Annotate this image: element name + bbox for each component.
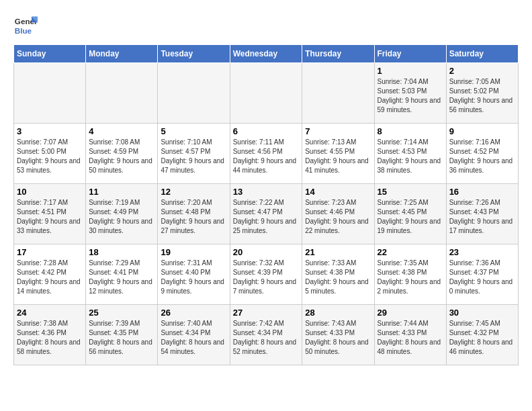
calendar-cell: 3Sunrise: 7:07 AM Sunset: 5:00 PM Daylig…	[14, 124, 86, 184]
logo: General Blue	[13, 13, 40, 38]
day-number: 8	[378, 126, 443, 136]
calendar-cell: 23Sunrise: 7:36 AM Sunset: 4:37 PM Dayli…	[446, 244, 518, 305]
calendar-cell: 1Sunrise: 7:04 AM Sunset: 5:03 PM Daylig…	[374, 63, 446, 124]
calendar-week-0: 1Sunrise: 7:04 AM Sunset: 5:03 PM Daylig…	[14, 63, 519, 124]
day-detail: Sunrise: 7:08 AM Sunset: 4:59 PM Dayligh…	[89, 138, 154, 175]
calendar-week-1: 3Sunrise: 7:07 AM Sunset: 5:00 PM Daylig…	[14, 124, 519, 184]
calendar-cell: 18Sunrise: 7:29 AM Sunset: 4:41 PM Dayli…	[86, 244, 158, 305]
calendar-cell: 2Sunrise: 7:05 AM Sunset: 5:02 PM Daylig…	[446, 63, 518, 124]
day-detail: Sunrise: 7:38 AM Sunset: 4:36 PM Dayligh…	[17, 319, 83, 357]
calendar-cell: 30Sunrise: 7:45 AM Sunset: 4:32 PM Dayli…	[446, 305, 518, 365]
day-detail: Sunrise: 7:05 AM Sunset: 5:02 PM Dayligh…	[449, 77, 515, 115]
header-friday: Friday	[374, 45, 446, 63]
logo-icon: General Blue	[13, 13, 38, 38]
calendar-cell: 20Sunrise: 7:32 AM Sunset: 4:39 PM Dayli…	[230, 244, 302, 305]
calendar-cell: 10Sunrise: 7:17 AM Sunset: 4:51 PM Dayli…	[14, 184, 86, 244]
day-number: 30	[449, 308, 515, 318]
day-detail: Sunrise: 7:19 AM Sunset: 4:49 PM Dayligh…	[89, 198, 154, 236]
day-number: 13	[233, 187, 300, 197]
day-detail: Sunrise: 7:11 AM Sunset: 4:56 PM Dayligh…	[233, 138, 300, 175]
day-detail: Sunrise: 7:31 AM Sunset: 4:40 PM Dayligh…	[161, 259, 226, 296]
calendar-cell: 24Sunrise: 7:38 AM Sunset: 4:36 PM Dayli…	[14, 305, 86, 365]
calendar-cell: 15Sunrise: 7:25 AM Sunset: 4:45 PM Dayli…	[374, 184, 446, 244]
calendar-cell: 8Sunrise: 7:14 AM Sunset: 4:53 PM Daylig…	[374, 124, 446, 184]
day-number: 12	[161, 187, 226, 197]
calendar-cell: 11Sunrise: 7:19 AM Sunset: 4:49 PM Dayli…	[86, 184, 158, 244]
calendar-header-row: SundayMondayTuesdayWednesdayThursdayFrid…	[14, 45, 519, 63]
header-sunday: Sunday	[14, 45, 86, 63]
day-detail: Sunrise: 7:43 AM Sunset: 4:33 PM Dayligh…	[305, 319, 371, 357]
calendar-cell: 19Sunrise: 7:31 AM Sunset: 4:40 PM Dayli…	[158, 244, 230, 305]
calendar-cell: 27Sunrise: 7:42 AM Sunset: 4:34 PM Dayli…	[230, 305, 302, 365]
day-detail: Sunrise: 7:36 AM Sunset: 4:37 PM Dayligh…	[449, 259, 515, 296]
day-number: 14	[305, 187, 371, 197]
day-number: 26	[161, 308, 226, 318]
calendar-week-3: 17Sunrise: 7:28 AM Sunset: 4:42 PM Dayli…	[14, 244, 519, 305]
day-number: 9	[449, 126, 515, 136]
day-number: 2	[449, 66, 515, 76]
calendar-cell: 26Sunrise: 7:40 AM Sunset: 4:34 PM Dayli…	[158, 305, 230, 365]
day-detail: Sunrise: 7:07 AM Sunset: 5:00 PM Dayligh…	[17, 138, 83, 175]
day-detail: Sunrise: 7:13 AM Sunset: 4:55 PM Dayligh…	[305, 138, 371, 175]
day-detail: Sunrise: 7:39 AM Sunset: 4:35 PM Dayligh…	[89, 319, 154, 357]
calendar-cell: 29Sunrise: 7:44 AM Sunset: 4:33 PM Dayli…	[374, 305, 446, 365]
day-detail: Sunrise: 7:25 AM Sunset: 4:45 PM Dayligh…	[378, 198, 443, 236]
day-number: 6	[233, 126, 300, 136]
day-number: 29	[378, 308, 443, 318]
day-detail: Sunrise: 7:35 AM Sunset: 4:38 PM Dayligh…	[378, 259, 443, 296]
day-detail: Sunrise: 7:17 AM Sunset: 4:51 PM Dayligh…	[17, 198, 83, 236]
calendar-cell: 4Sunrise: 7:08 AM Sunset: 4:59 PM Daylig…	[86, 124, 158, 184]
day-number: 15	[378, 187, 443, 197]
header-tuesday: Tuesday	[158, 45, 230, 63]
day-number: 19	[161, 247, 226, 257]
calendar-cell: 5Sunrise: 7:10 AM Sunset: 4:57 PM Daylig…	[158, 124, 230, 184]
day-number: 7	[305, 126, 371, 136]
day-number: 10	[17, 187, 83, 197]
page-header: General Blue	[13, 13, 519, 38]
day-number: 11	[89, 187, 154, 197]
calendar-cell: 17Sunrise: 7:28 AM Sunset: 4:42 PM Dayli…	[14, 244, 86, 305]
calendar-cell: 21Sunrise: 7:33 AM Sunset: 4:38 PM Dayli…	[302, 244, 374, 305]
header-monday: Monday	[86, 45, 158, 63]
calendar-cell: 28Sunrise: 7:43 AM Sunset: 4:33 PM Dayli…	[302, 305, 374, 365]
day-number: 16	[449, 187, 515, 197]
day-detail: Sunrise: 7:42 AM Sunset: 4:34 PM Dayligh…	[233, 319, 300, 357]
day-detail: Sunrise: 7:16 AM Sunset: 4:52 PM Dayligh…	[449, 138, 515, 175]
calendar-cell: 22Sunrise: 7:35 AM Sunset: 4:38 PM Dayli…	[374, 244, 446, 305]
day-number: 27	[233, 308, 300, 318]
day-detail: Sunrise: 7:26 AM Sunset: 4:43 PM Dayligh…	[449, 198, 515, 236]
calendar-cell: 14Sunrise: 7:23 AM Sunset: 4:46 PM Dayli…	[302, 184, 374, 244]
day-detail: Sunrise: 7:32 AM Sunset: 4:39 PM Dayligh…	[233, 259, 300, 296]
day-detail: Sunrise: 7:10 AM Sunset: 4:57 PM Dayligh…	[161, 138, 226, 175]
header-saturday: Saturday	[446, 45, 518, 63]
calendar-cell	[158, 63, 230, 124]
calendar-cell: 25Sunrise: 7:39 AM Sunset: 4:35 PM Dayli…	[86, 305, 158, 365]
header-wednesday: Wednesday	[230, 45, 302, 63]
day-number: 21	[305, 247, 371, 257]
day-detail: Sunrise: 7:20 AM Sunset: 4:48 PM Dayligh…	[161, 198, 226, 236]
day-number: 25	[89, 308, 154, 318]
calendar-cell	[86, 63, 158, 124]
day-number: 20	[233, 247, 300, 257]
calendar-cell: 6Sunrise: 7:11 AM Sunset: 4:56 PM Daylig…	[230, 124, 302, 184]
day-detail: Sunrise: 7:14 AM Sunset: 4:53 PM Dayligh…	[378, 138, 443, 175]
day-detail: Sunrise: 7:44 AM Sunset: 4:33 PM Dayligh…	[378, 319, 443, 357]
day-number: 3	[17, 126, 83, 136]
svg-text:Blue: Blue	[15, 26, 32, 35]
calendar-cell: 7Sunrise: 7:13 AM Sunset: 4:55 PM Daylig…	[302, 124, 374, 184]
day-number: 24	[17, 308, 83, 318]
calendar-cell	[14, 63, 86, 124]
calendar-cell: 9Sunrise: 7:16 AM Sunset: 4:52 PM Daylig…	[446, 124, 518, 184]
day-number: 5	[161, 126, 226, 136]
day-detail: Sunrise: 7:29 AM Sunset: 4:41 PM Dayligh…	[89, 259, 154, 296]
day-detail: Sunrise: 7:40 AM Sunset: 4:34 PM Dayligh…	[161, 319, 226, 357]
calendar-cell: 13Sunrise: 7:22 AM Sunset: 4:47 PM Dayli…	[230, 184, 302, 244]
calendar-table: SundayMondayTuesdayWednesdayThursdayFrid…	[13, 44, 519, 365]
calendar-week-2: 10Sunrise: 7:17 AM Sunset: 4:51 PM Dayli…	[14, 184, 519, 244]
calendar-cell: 16Sunrise: 7:26 AM Sunset: 4:43 PM Dayli…	[446, 184, 518, 244]
calendar-cell	[302, 63, 374, 124]
calendar-week-4: 24Sunrise: 7:38 AM Sunset: 4:36 PM Dayli…	[14, 305, 519, 365]
day-number: 28	[305, 308, 371, 318]
day-detail: Sunrise: 7:04 AM Sunset: 5:03 PM Dayligh…	[378, 77, 443, 115]
day-number: 4	[89, 126, 154, 136]
